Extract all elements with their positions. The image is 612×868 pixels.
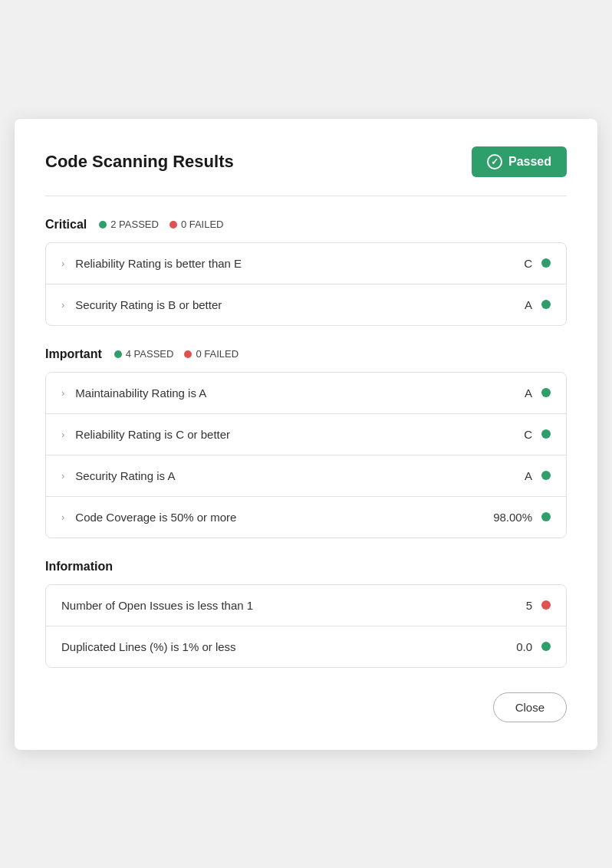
- row-value-important-0: A: [525, 386, 532, 399]
- status-dot-information-0: [541, 600, 551, 610]
- chevron-icon-important-1[interactable]: ›: [61, 429, 64, 440]
- row-label-critical-0: Reliability Rating is better than E: [75, 257, 524, 270]
- row-label-important-3: Code Coverage is 50% or more: [75, 511, 493, 524]
- failed-count-label-important: 0 FAILED: [196, 348, 239, 360]
- row-label-important-0: Maintainability Rating is A: [75, 386, 525, 399]
- sections-container: Critical 2 PASSED 0 FAILED › Reliability…: [45, 218, 567, 668]
- modal-footer: Close: [45, 692, 567, 722]
- card-important: › Maintainability Rating is A A › Reliab…: [45, 372, 567, 538]
- section-title-critical: Critical: [45, 218, 87, 232]
- modal-container: Code Scanning Results ✓ Passed Critical …: [15, 119, 597, 750]
- status-dot-critical-1: [541, 300, 551, 309]
- passed-count-label-important: 4 PASSED: [126, 348, 174, 360]
- passed-count-critical: 2 PASSED: [99, 219, 159, 230]
- row-value-information-0: 5: [526, 599, 532, 612]
- row-label-important-2: Security Rating is A: [75, 469, 525, 482]
- badge-group-important: 4 PASSED 0 FAILED: [114, 348, 239, 360]
- chevron-icon-critical-0[interactable]: ›: [61, 258, 64, 269]
- card-information: Number of Open Issues is less than 1 5 D…: [45, 584, 567, 668]
- section-header-information: Information: [45, 560, 567, 574]
- section-header-critical: Critical 2 PASSED 0 FAILED: [45, 218, 567, 232]
- row-value-information-1: 0.0: [516, 640, 532, 653]
- row-value-critical-0: C: [524, 257, 532, 270]
- row-value-important-3: 98.00%: [493, 511, 532, 524]
- passed-badge-label: Passed: [508, 155, 551, 169]
- status-dot-critical-0: [541, 258, 551, 268]
- failed-dot-important: [184, 350, 192, 358]
- card-row-important-1: › Reliability Rating is C or better C: [46, 414, 566, 455]
- status-dot-important-1: [541, 429, 551, 439]
- modal-title: Code Scanning Results: [45, 152, 234, 172]
- chevron-icon-important-2[interactable]: ›: [61, 470, 64, 482]
- passed-dot-important: [114, 350, 122, 358]
- failed-dot-critical: [169, 221, 177, 229]
- check-icon: ✓: [487, 154, 502, 169]
- close-button[interactable]: Close: [493, 692, 567, 722]
- row-value-important-1: C: [524, 428, 532, 441]
- row-value-important-2: A: [525, 469, 532, 482]
- card-row-information-1: Duplicated Lines (%) is 1% or less 0.0: [46, 626, 566, 667]
- card-row-critical-1: › Security Rating is B or better A: [46, 284, 566, 325]
- section-title-important: Important: [45, 347, 102, 361]
- section-critical: Critical 2 PASSED 0 FAILED › Reliability…: [45, 218, 567, 326]
- status-dot-information-1: [541, 642, 551, 651]
- badge-group-critical: 2 PASSED 0 FAILED: [99, 219, 223, 230]
- card-critical: › Reliability Rating is better than E C …: [45, 242, 567, 326]
- status-dot-important-3: [541, 512, 551, 521]
- chevron-icon-important-0[interactable]: ›: [61, 387, 64, 399]
- status-dot-important-0: [541, 388, 551, 397]
- card-row-critical-0: › Reliability Rating is better than E C: [46, 243, 566, 284]
- row-label-important-1: Reliability Rating is C or better: [75, 428, 524, 441]
- passed-count-label-critical: 2 PASSED: [110, 219, 159, 230]
- row-label-critical-1: Security Rating is B or better: [75, 298, 525, 311]
- section-information: Information Number of Open Issues is les…: [45, 560, 567, 668]
- row-value-critical-1: A: [525, 298, 532, 311]
- failed-count-important: 0 FAILED: [184, 348, 239, 360]
- row-label-information-1: Duplicated Lines (%) is 1% or less: [61, 640, 516, 653]
- card-row-important-3: › Code Coverage is 50% or more 98.00%: [46, 497, 566, 538]
- chevron-icon-critical-1[interactable]: ›: [61, 299, 64, 311]
- header-divider: [45, 196, 567, 196]
- status-dot-important-2: [541, 471, 551, 480]
- failed-count-critical: 0 FAILED: [169, 219, 224, 230]
- row-label-information-0: Number of Open Issues is less than 1: [61, 599, 526, 612]
- failed-count-label-critical: 0 FAILED: [181, 219, 224, 230]
- card-row-important-0: › Maintainability Rating is A A: [46, 373, 566, 414]
- section-header-important: Important 4 PASSED 0 FAILED: [45, 347, 567, 361]
- card-row-important-2: › Security Rating is A A: [46, 455, 566, 497]
- card-row-information-0: Number of Open Issues is less than 1 5: [46, 585, 566, 626]
- passed-badge: ✓ Passed: [472, 146, 567, 177]
- modal-header: Code Scanning Results ✓ Passed: [45, 146, 567, 177]
- chevron-icon-important-3[interactable]: ›: [61, 511, 64, 523]
- section-title-information: Information: [45, 560, 113, 574]
- passed-count-important: 4 PASSED: [114, 348, 174, 360]
- section-important: Important 4 PASSED 0 FAILED › Maintainab…: [45, 347, 567, 538]
- passed-dot-critical: [99, 221, 107, 229]
